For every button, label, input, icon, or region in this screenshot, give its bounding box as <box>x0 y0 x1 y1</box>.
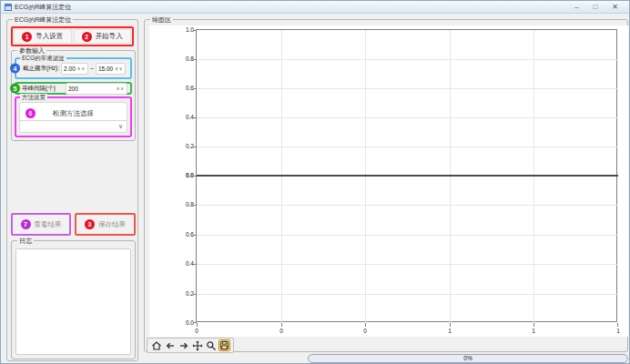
x-tick-label: 1 <box>443 328 456 335</box>
x-tick-mark <box>617 323 618 327</box>
step-1-badge: 1 <box>22 32 32 42</box>
save-figure-button[interactable] <box>218 339 230 351</box>
peak-interval-box: 5 寻峰间隔(个) 200 ∧∨ <box>15 82 132 95</box>
floppy-save-icon <box>219 340 229 350</box>
save-results-button[interactable]: 3 保存结果 <box>75 213 136 236</box>
y-tick-mark <box>193 88 197 89</box>
home-button[interactable] <box>150 339 162 351</box>
params-group-title: 参数输入 <box>17 46 46 55</box>
window-title: ECG的R峰算法定位 <box>15 3 71 12</box>
method-combobox[interactable]: ∨ <box>19 120 127 133</box>
x-tick-label: 0 <box>275 328 288 335</box>
x-tick-mark <box>450 323 451 327</box>
pan-button[interactable] <box>191 339 203 351</box>
horizontal-gridline <box>197 88 618 89</box>
window-controls: – □ ✕ <box>574 2 625 13</box>
maximize-icon[interactable]: □ <box>593 2 597 13</box>
forward-button[interactable] <box>178 339 189 351</box>
log-textarea[interactable] <box>15 248 131 355</box>
plot-panel-group: 绘图区 1.00.80.60.40.20.00.80.60.40.20.0000… <box>144 19 628 352</box>
y-tick-mark <box>193 264 197 265</box>
spinner-arrows-icon[interactable]: ∧∨ <box>115 66 123 71</box>
cutoff-frequency-row: 截止频率(Hz): 2.00 ∧∨ ~ 15.00 ∧∨ <box>16 59 130 77</box>
y-tick-label: 0.2 <box>177 290 194 298</box>
left-panel-group: ECG的R峰算法定位 1 导入设置 2 开始导入 参数输入 ECG的带通滤波 4… <box>6 19 138 361</box>
x-tick-label: 0 <box>359 328 371 335</box>
method-select-label: 检测方法选择 <box>53 109 94 118</box>
horizontal-gridline <box>197 235 618 236</box>
view-results-label: 查看结果 <box>35 220 62 229</box>
subplot-divider <box>197 175 618 177</box>
method-box-title: 方法设置 <box>20 94 47 101</box>
y-tick-mark <box>193 59 197 60</box>
horizontal-gridline <box>197 59 618 60</box>
step-5-badge: 5 <box>10 84 20 94</box>
chevron-down-icon: ∨ <box>118 123 123 130</box>
y-tick-label: 0.6 <box>177 231 194 238</box>
title-bar: ECG的R峰算法定位 – □ ✕ <box>1 1 629 14</box>
y-tick-label: 0.4 <box>177 114 194 121</box>
x-tick-label: 0 <box>190 328 203 335</box>
y-tick-mark <box>193 294 197 295</box>
import-settings-label: 导入设置 <box>36 32 63 41</box>
vertical-gridline <box>533 30 534 323</box>
bandpass-box-title: ECG的带通滤波 <box>20 55 66 62</box>
x-tick-label: 1 <box>612 328 625 335</box>
x-tick-label: 1 <box>527 328 540 335</box>
y-tick-mark <box>193 235 197 236</box>
spinner-arrows-icon[interactable]: ∧∨ <box>117 86 125 91</box>
peak-interval-label: 寻峰间隔(个) <box>22 85 66 93</box>
minimize-icon[interactable]: – <box>574 2 578 13</box>
horizontal-gridline <box>197 117 618 118</box>
progress-bar: 0% <box>308 354 628 363</box>
start-import-button[interactable]: 2 开始导入 <box>74 29 132 44</box>
high-cutoff-spinbox[interactable]: 15.00 ∧∨ <box>96 63 127 75</box>
y-tick-label: 1.0 <box>177 26 194 34</box>
figure[interactable]: 1.00.80.60.40.20.00.80.60.40.20.0000111 <box>149 25 628 337</box>
y-tick-label: 0.4 <box>177 260 194 268</box>
x-tick-mark <box>281 323 282 327</box>
plot-toolbar <box>147 338 234 353</box>
y-tick-mark <box>193 176 197 177</box>
vertical-gridline <box>450 30 451 323</box>
save-results-label: 保存结果 <box>98 220 126 229</box>
y-tick-label: 0.0 <box>177 172 194 179</box>
start-import-label: 开始导入 <box>96 32 123 41</box>
y-tick-label: 0.0 <box>177 319 194 327</box>
step-2-badge: 2 <box>82 32 92 42</box>
vertical-gridline <box>365 30 366 323</box>
low-cutoff-value: 2.00 <box>64 66 76 72</box>
low-cutoff-spinbox[interactable]: 2.00 ∧∨ <box>61 63 88 75</box>
arrow-right-icon <box>178 340 189 351</box>
y-tick-label: 0.6 <box>177 85 194 92</box>
vertical-gridline <box>281 30 282 323</box>
peak-interval-value: 200 <box>68 86 78 92</box>
app-icon <box>5 4 12 11</box>
peak-interval-spinbox[interactable]: 200 ∧∨ <box>66 83 127 95</box>
zoom-button[interactable] <box>205 339 217 351</box>
view-results-button[interactable]: 7 查看结果 <box>11 213 71 236</box>
close-icon[interactable]: ✕ <box>612 2 618 13</box>
y-tick-mark <box>193 117 197 118</box>
import-buttons-container: 1 导入设置 2 开始导入 <box>11 26 134 46</box>
y-tick-mark <box>193 30 197 31</box>
app-window: { "window": { "title": "ECG的R峰算法定位", "co… <box>0 0 630 364</box>
left-panel-group-title: ECG的R峰算法定位 <box>13 15 73 24</box>
axes-area[interactable]: 1.00.80.60.40.20.00.80.60.40.20.0000111 <box>196 29 617 322</box>
horizontal-gridline <box>197 294 618 295</box>
spinner-arrows-icon[interactable]: ∧∨ <box>77 66 86 71</box>
log-group: 日志 <box>11 240 136 359</box>
plot-group-title: 绘图区 <box>150 15 173 24</box>
x-tick-mark <box>533 323 534 327</box>
log-group-title: 日志 <box>17 237 34 245</box>
pan-icon <box>192 340 203 351</box>
back-button[interactable] <box>164 339 176 351</box>
import-settings-button[interactable]: 1 导入设置 <box>14 29 72 44</box>
arrow-left-icon <box>165 340 176 351</box>
horizontal-gridline <box>197 264 618 265</box>
step-3-badge: 3 <box>85 219 95 229</box>
method-settings-box: 方法设置 6 检测方法选择 ∨ <box>15 96 132 137</box>
y-tick-label: 0.8 <box>177 201 194 208</box>
horizontal-gridline <box>197 205 618 206</box>
bandpass-filter-box: ECG的带通滤波 4 截止频率(Hz): 2.00 ∧∨ ~ 15.00 ∧∨ <box>15 57 132 79</box>
